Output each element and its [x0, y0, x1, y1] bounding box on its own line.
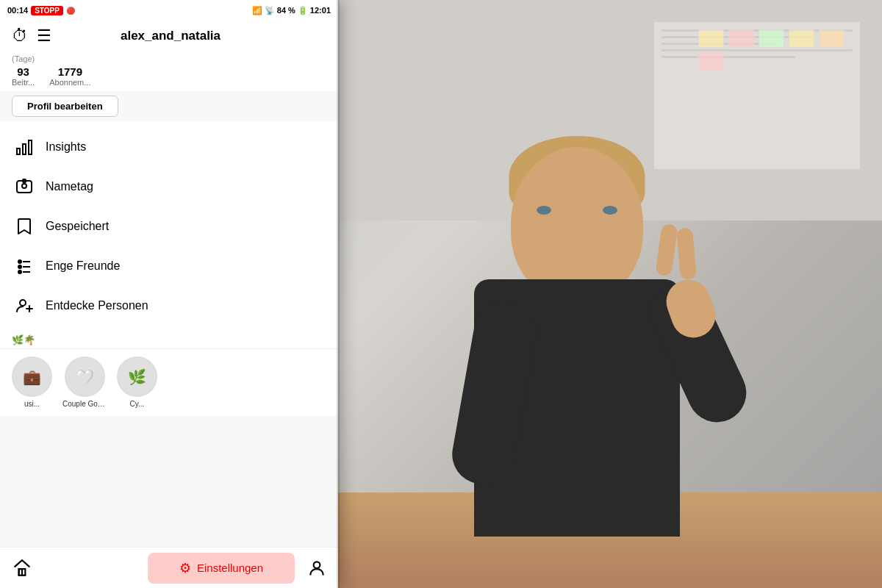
svg-rect-1 [23, 144, 26, 154]
story-label-1: usi... [24, 400, 40, 408]
story-item-2[interactable]: 🤍 Couple Goal... [62, 356, 107, 408]
finger1 [676, 227, 697, 280]
phone-overlay: 00:14 STOPP 🔴 📶 📡 84 % 🔋 12:01 ⏱ ☰ alex_… [0, 0, 338, 588]
svg-rect-0 [17, 148, 20, 154]
wifi-icon: 📶 [252, 6, 262, 15]
settings-gear-icon: ⚙ [179, 560, 191, 576]
status-right: 📶 📡 84 % 🔋 12:01 [252, 6, 331, 15]
story-item-3[interactable]: 🌿 Cy... [117, 356, 157, 408]
sticky-notes [698, 29, 845, 71]
profile-stats: (Tage) 93 Beitr... 1779 Abonnem... [0, 50, 338, 91]
settings-label: Einstellungen [197, 562, 263, 574]
posts-label: Beitr... [12, 78, 35, 87]
edit-profile-button[interactable]: Profil bearbeiten [12, 96, 118, 117]
profile-nav-icon[interactable] [295, 559, 338, 578]
story-label-3: Cy... [130, 400, 145, 408]
followers-count: 1779 [49, 65, 90, 78]
story-circle-2: 🤍 [65, 356, 105, 397]
menu-item-close-friends[interactable]: Enge Freunde [0, 246, 338, 286]
bar-chart-icon [15, 137, 34, 157]
svg-point-7 [18, 265, 21, 268]
svg-rect-2 [29, 140, 32, 154]
posts-count: 93 [12, 65, 35, 78]
story-circle-3: 🌿 [117, 356, 157, 397]
status-bar: 00:14 STOPP 🔴 📶 📡 84 % 🔋 12:01 [0, 0, 338, 21]
discover-label: Entdecke Personen [46, 299, 148, 312]
bookmark-icon [15, 217, 34, 236]
clock: 12:01 [310, 6, 331, 15]
history-icon[interactable]: ⏱ [12, 26, 28, 46]
nametag-icon [15, 177, 34, 196]
signal-icon: 📡 [265, 6, 275, 15]
profile-header: ⏱ ☰ alex_and_natalia [0, 21, 338, 50]
story-label-2: Couple Goal... [62, 400, 107, 408]
followers-label: Abonnem... [49, 78, 90, 87]
close-friends-icon [15, 257, 34, 276]
svg-point-4 [22, 184, 26, 188]
menu-item-saved[interactable]: Gespeichert [0, 207, 338, 246]
video-background [331, 0, 882, 588]
insights-label: Insights [46, 140, 86, 154]
add-person-icon [15, 296, 34, 315]
story-item-1[interactable]: 💼 usi... [12, 356, 52, 408]
svg-point-16 [313, 562, 320, 568]
stat-followers: 1779 Abonnem... [49, 65, 90, 87]
close-friends-label: Enge Freunde [46, 259, 120, 273]
recording-dot-icon: 🔴 [66, 7, 75, 15]
menu-item-discover[interactable]: Entdecke Personen [0, 286, 338, 326]
time-elapsed: 00:14 [7, 6, 28, 15]
recording-indicator: STOPP [31, 6, 63, 15]
status-left: 00:14 STOPP 🔴 [7, 6, 75, 15]
hamburger-menu-icon[interactable]: ☰ [37, 26, 51, 46]
dropdown-menu: Insights Nametag Gespeichert [0, 121, 338, 331]
svg-point-12 [20, 300, 26, 306]
svg-point-8 [18, 270, 21, 273]
head [511, 147, 643, 301]
person-figure [375, 147, 779, 588]
stat-posts: 93 Beitr... [12, 65, 35, 87]
battery-icon: 🔋 [298, 6, 308, 15]
menu-item-nametag[interactable]: Nametag [0, 167, 338, 207]
nametag-label: Nametag [46, 180, 93, 193]
username: alex_and_natalia [121, 29, 220, 43]
divider [337, 0, 340, 588]
story-circle-1: 💼 [12, 356, 52, 397]
saved-label: Gespeichert [46, 220, 109, 233]
battery-percent: 84 % [277, 6, 295, 15]
bio-emoji: 🌿🌴 [12, 334, 35, 345]
stats-row: 93 Beitr... 1779 Abonnem... [12, 65, 326, 87]
header-icons-left: ⏱ ☰ [12, 26, 51, 46]
home-nav-icon[interactable] [0, 559, 43, 578]
menu-item-insights[interactable]: Insights [0, 127, 338, 167]
bio-area: 🌿🌴 [0, 331, 338, 348]
finger2 [655, 223, 678, 276]
settings-button[interactable]: ⚙ Einstellungen [148, 553, 295, 584]
svg-point-6 [18, 260, 21, 263]
bottom-bar: ⚙ Einstellungen [0, 547, 338, 588]
stories-row: 💼 usi... 🤍 Couple Goal... 🌿 Cy... [0, 348, 338, 415]
